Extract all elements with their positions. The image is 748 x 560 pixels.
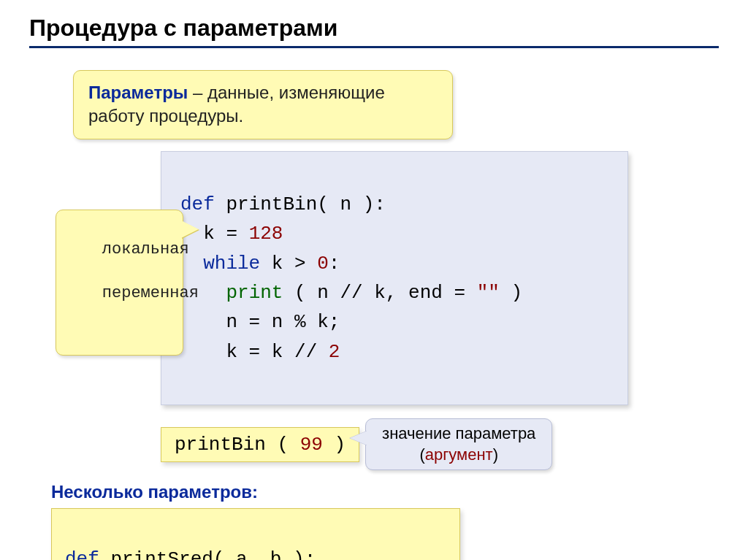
code-l6-num: 2 bbox=[329, 341, 340, 363]
callout-tail-icon bbox=[181, 220, 199, 238]
code-l6-pre: k = k // bbox=[180, 341, 329, 363]
arg-line2-pre: ( bbox=[419, 445, 424, 464]
call-post: ) bbox=[323, 434, 346, 456]
callout-local-var: локальная переменная bbox=[56, 210, 183, 356]
main-code-block: def printBin( n ): k = 128 while k > 0: … bbox=[161, 151, 628, 405]
callout-parameters: Параметры – данные, изменяющие работу пр… bbox=[73, 70, 453, 139]
arg-line1: значение параметра bbox=[382, 424, 535, 442]
arg-term: аргумент bbox=[425, 445, 493, 464]
page-title: Процедура с параметрами bbox=[29, 15, 719, 48]
code-l2-num: 128 bbox=[249, 223, 283, 245]
call-num: 99 bbox=[300, 434, 323, 456]
code2-kw-def: def bbox=[65, 548, 99, 560]
code-fn-print: print bbox=[226, 282, 283, 304]
code-l5: n = n % k; bbox=[180, 311, 340, 333]
local-var-line1: локальная bbox=[102, 240, 189, 258]
code2-l1-rest: printSred( a, b ): bbox=[99, 548, 316, 560]
code-kw-while: while bbox=[180, 253, 260, 275]
code-l3-rest: k > bbox=[260, 253, 317, 275]
call-pre: printBin ( bbox=[175, 434, 300, 456]
code-l3-end: : bbox=[329, 253, 340, 275]
code-l1: printBin( n ): bbox=[215, 193, 386, 215]
callout-tail-icon bbox=[350, 431, 367, 445]
callout-argument: значение параметра (аргумент) bbox=[365, 418, 552, 470]
subheader-multi-params: Несколько параметров: bbox=[51, 482, 719, 502]
local-var-line2: переменная bbox=[102, 284, 199, 302]
arg-line2-post: ) bbox=[493, 445, 498, 464]
code-l3-num: 0 bbox=[317, 253, 329, 275]
parameters-term: Параметры bbox=[88, 83, 188, 102]
code-l4-mid: ( n // k, end = bbox=[283, 282, 476, 304]
code-l4-end: ) bbox=[500, 282, 522, 304]
code-l4-str: "" bbox=[477, 282, 500, 304]
multi-params-code: def printSred( a, b ): print ( (a + b)/2… bbox=[51, 508, 460, 560]
call-code: printBin ( 99 ) bbox=[161, 427, 359, 462]
code-kw-def: def bbox=[180, 193, 215, 215]
